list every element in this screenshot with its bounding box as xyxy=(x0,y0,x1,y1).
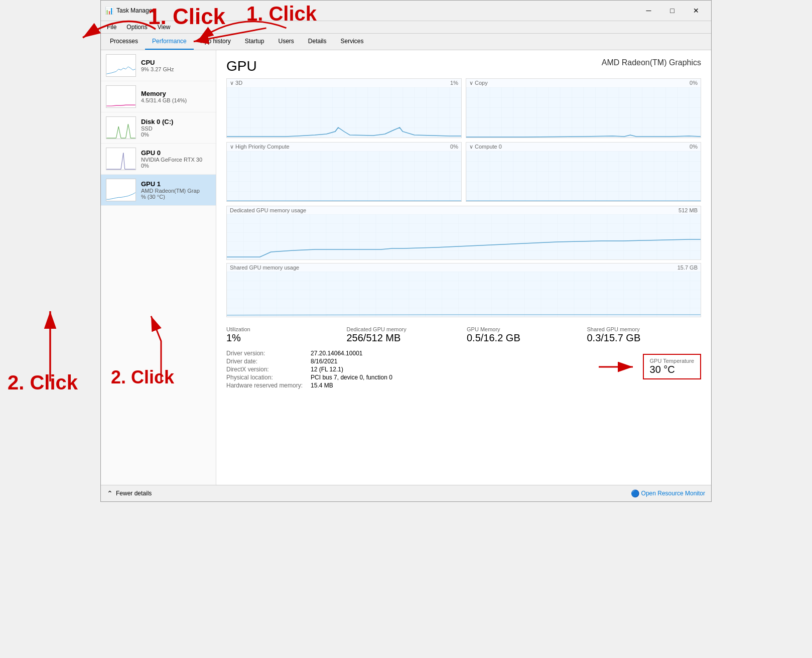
annotation-2click-overlay: 2. Click xyxy=(8,371,78,394)
info-temp-area: Driver version: 27.20.14064.10001 Driver… xyxy=(226,350,701,389)
stat-dedicated-memory: Dedicated GPU memory 256/512 MB xyxy=(347,326,461,344)
sidebar-thumb-gpu1 xyxy=(106,179,136,201)
close-button[interactable]: ✕ xyxy=(685,4,707,18)
sidebar-item-gpu1[interactable]: GPU 1 AMD Radeon(TM) Grap % (30 °C) xyxy=(101,175,216,206)
temperature-label: GPU Temperature xyxy=(650,358,694,364)
sidebar-cpu-name: CPU xyxy=(141,59,211,66)
dedicated-memory-label: Dedicated GPU memory usage xyxy=(230,207,306,213)
graph-3d-area xyxy=(227,87,461,138)
sidebar-gpu0-detail1: NVIDIA GeForce RTX 30 xyxy=(141,157,211,163)
temperature-section: GPU Temperature 30 °C xyxy=(599,350,701,383)
tab-startup[interactable]: Startup xyxy=(238,34,272,50)
sidebar-disk-detail1: SSD xyxy=(141,125,211,131)
dedicated-memory-area xyxy=(227,214,701,259)
svg-rect-7 xyxy=(227,214,701,259)
title-bar: 📊 Task Manager ─ □ ✕ xyxy=(101,1,711,21)
sidebar-disk-name: Disk 0 (C:) xyxy=(141,118,211,125)
minimize-button[interactable]: ─ xyxy=(637,4,660,18)
tab-users[interactable]: Users xyxy=(271,34,301,50)
svg-rect-4 xyxy=(466,87,701,138)
graph-copy: ∨ Copy 0% xyxy=(466,78,701,138)
graph-copy-percent: 0% xyxy=(690,80,698,86)
graph-compute0-label: ∨ Compute 0 xyxy=(469,144,502,150)
sidebar-memory-name: Memory xyxy=(141,90,211,97)
svg-rect-3 xyxy=(227,87,461,138)
graph-hpc-label: ∨ High Priority Compute xyxy=(230,144,290,150)
main-subtitle: AMD Radeon(TM) Graphics xyxy=(602,58,701,67)
temperature-box: GPU Temperature 30 °C xyxy=(643,354,701,379)
main-title: GPU xyxy=(226,58,257,74)
temperature-value: 30 °C xyxy=(650,364,694,375)
open-resource-monitor-label: Open Resource Monitor xyxy=(641,490,705,497)
top-graphs-grid: ∨ 3D 1% ∨ Copy 0% xyxy=(226,78,701,202)
sidebar-gpu1-detail1: AMD Radeon(TM) Grap xyxy=(141,188,211,194)
fewer-details-label: Fewer details xyxy=(116,490,152,497)
sidebar-item-gpu0[interactable]: GPU 0 NVIDIA GeForce RTX 30 0% xyxy=(101,144,216,175)
sidebar-thumb-gpu0 xyxy=(106,148,136,170)
dedicated-memory-max: 512 MB xyxy=(679,207,698,213)
menu-bar: File Options View xyxy=(101,21,711,34)
sidebar: CPU 9% 3.27 GHz Memory 4.5/31.4 GB (14%) xyxy=(101,50,216,485)
graph-compute0-percent: 0% xyxy=(690,144,698,150)
shared-memory-max: 15.7 GB xyxy=(678,265,698,271)
tab-performance[interactable]: Performance xyxy=(145,34,194,50)
fewer-details-button[interactable]: ⌃ Fewer details xyxy=(107,489,152,497)
stat-shared-memory: Shared GPU memory 0.3/15.7 GB xyxy=(587,326,702,344)
menu-view[interactable]: View xyxy=(154,22,175,32)
shared-memory-label: Shared GPU memory usage xyxy=(230,265,299,271)
sidebar-memory-detail: 4.5/31.4 GB (14%) xyxy=(141,97,211,103)
tab-app-history[interactable]: App history xyxy=(194,34,238,50)
open-resource-monitor-link[interactable]: 🔵 Open Resource Monitor xyxy=(631,489,705,497)
content-area: CPU 9% 3.27 GHz Memory 4.5/31.4 GB (14%) xyxy=(101,50,711,485)
chevron-up-icon: ⌃ xyxy=(107,489,113,497)
sidebar-gpu1-name: GPU 1 xyxy=(141,180,211,188)
menu-options[interactable]: Options xyxy=(122,22,151,32)
main-panel: GPU AMD Radeon(TM) Graphics ∨ 3D 1% xyxy=(216,50,711,485)
sidebar-disk-detail2: 0% xyxy=(141,131,211,138)
info-grid: Driver version: 27.20.14064.10001 Driver… xyxy=(226,350,589,389)
graph-hpc-area xyxy=(227,151,461,201)
sidebar-gpu0-name: GPU 0 xyxy=(141,149,211,157)
tabs-bar: Processes Performance App history Startu… xyxy=(101,34,711,50)
sidebar-thumb-cpu xyxy=(106,54,136,77)
window-title: Task Manager xyxy=(116,7,154,14)
sidebar-thumb-disk xyxy=(106,116,136,139)
stat-gpu-memory: GPU Memory 0.5/16.2 GB xyxy=(467,326,581,344)
app-icon: 📊 xyxy=(105,7,113,15)
sidebar-cpu-detail: 9% 3.27 GHz xyxy=(141,66,211,72)
svg-rect-8 xyxy=(227,272,701,317)
sidebar-gpu1-detail2: % (30 °C) xyxy=(141,194,211,200)
tab-details[interactable]: Details xyxy=(301,34,334,50)
main-header: GPU AMD Radeon(TM) Graphics xyxy=(226,58,701,74)
sidebar-thumb-memory xyxy=(106,85,136,108)
sidebar-item-disk[interactable]: Disk 0 (C:) SSD 0% xyxy=(101,112,216,144)
svg-rect-6 xyxy=(466,151,701,201)
graph-compute0-area xyxy=(466,151,701,201)
menu-file[interactable]: File xyxy=(103,22,120,32)
graph-3d-percent: 1% xyxy=(450,80,458,86)
info-section: Driver version: 27.20.14064.10001 Driver… xyxy=(226,350,589,389)
graph-3d: ∨ 3D 1% xyxy=(226,78,462,138)
graph-hpc: ∨ High Priority Compute 0% xyxy=(226,142,462,202)
footer: ⌃ Fewer details 🔵 Open Resource Monitor xyxy=(101,485,711,501)
svg-rect-5 xyxy=(227,151,461,201)
sidebar-item-cpu[interactable]: CPU 9% 3.27 GHz xyxy=(101,50,216,81)
tab-services[interactable]: Services xyxy=(334,34,371,50)
temp-arrow xyxy=(599,357,639,377)
graph-copy-area xyxy=(466,87,701,138)
stat-utilization: Utilization 1% xyxy=(226,326,341,344)
sidebar-gpu0-detail2: 0% xyxy=(141,163,211,169)
graph-compute0: ∨ Compute 0 0% xyxy=(466,142,701,202)
resource-monitor-icon: 🔵 xyxy=(631,489,639,497)
tab-processes[interactable]: Processes xyxy=(103,34,145,50)
graph-copy-label: ∨ Copy xyxy=(469,80,488,86)
shared-memory-area xyxy=(227,272,701,317)
stats-row: Utilization 1% Dedicated GPU memory 256/… xyxy=(226,326,701,344)
maximize-button[interactable]: □ xyxy=(661,4,684,18)
graph-dedicated-memory: Dedicated GPU memory usage 512 MB xyxy=(226,206,701,260)
sidebar-item-memory[interactable]: Memory 4.5/31.4 GB (14%) xyxy=(101,81,216,112)
graph-shared-memory: Shared GPU memory usage 15.7 GB xyxy=(226,263,701,317)
graph-3d-label: ∨ 3D xyxy=(230,80,242,86)
graph-hpc-percent: 0% xyxy=(450,144,458,150)
